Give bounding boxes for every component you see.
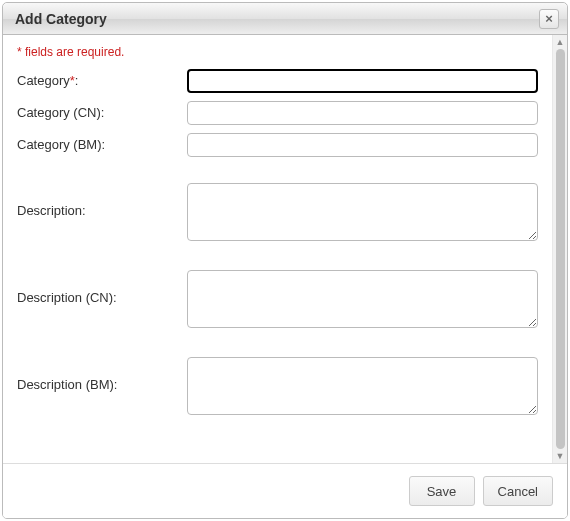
close-icon: × bbox=[545, 12, 553, 25]
row-description-bm: Description (BM): bbox=[17, 357, 538, 418]
save-button[interactable]: Save bbox=[409, 476, 475, 506]
label-category-cn: Category (CN): bbox=[17, 101, 187, 120]
label-category: Category*: bbox=[17, 69, 187, 88]
row-description-cn: Description (CN): bbox=[17, 270, 538, 331]
dialog-footer: Save Cancel bbox=[3, 463, 567, 518]
close-button[interactable]: × bbox=[539, 9, 559, 29]
category-input[interactable] bbox=[187, 69, 538, 93]
row-category-cn: Category (CN): bbox=[17, 101, 538, 125]
row-category-bm: Category (BM): bbox=[17, 133, 538, 157]
row-description: Description: bbox=[17, 183, 538, 244]
row-category: Category*: bbox=[17, 69, 538, 93]
description-input[interactable] bbox=[187, 183, 538, 241]
vertical-scrollbar[interactable]: ▲ ▼ bbox=[552, 35, 567, 463]
dialog-title: Add Category bbox=[15, 11, 539, 27]
label-category-bm: Category (BM): bbox=[17, 133, 187, 152]
scroll-thumb[interactable] bbox=[556, 49, 565, 449]
dialog-titlebar: Add Category × bbox=[3, 3, 567, 35]
category-cn-input[interactable] bbox=[187, 101, 538, 125]
description-bm-input[interactable] bbox=[187, 357, 538, 415]
form-area: * fields are required. Category*: Catego… bbox=[3, 35, 552, 463]
cancel-button[interactable]: Cancel bbox=[483, 476, 553, 506]
dialog-body: * fields are required. Category*: Catego… bbox=[3, 35, 567, 463]
label-description-bm: Description (BM): bbox=[17, 357, 187, 392]
add-category-dialog: Add Category × * fields are required. Ca… bbox=[2, 2, 568, 519]
category-bm-input[interactable] bbox=[187, 133, 538, 157]
description-cn-input[interactable] bbox=[187, 270, 538, 328]
label-description: Description: bbox=[17, 183, 187, 218]
required-note: * fields are required. bbox=[17, 45, 538, 59]
scroll-down-icon: ▼ bbox=[553, 450, 567, 462]
label-description-cn: Description (CN): bbox=[17, 270, 187, 305]
scroll-up-icon: ▲ bbox=[553, 36, 567, 48]
